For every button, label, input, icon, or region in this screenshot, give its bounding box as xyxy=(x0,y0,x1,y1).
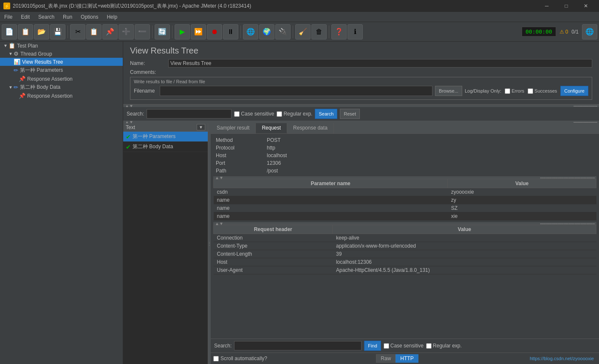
result-label-1: 第二种 Body Data xyxy=(133,143,173,150)
dropdown-button[interactable]: ▼ xyxy=(197,124,205,130)
headers-table: Request header Value Connectionkeep-aliv… xyxy=(213,225,596,274)
testplan-label: Test Plan xyxy=(17,43,38,49)
port-key: Port xyxy=(216,160,267,166)
tree-item-assertion2[interactable]: 📌 Response Assertion xyxy=(0,92,123,100)
remote-shutdown-button[interactable]: 🔌 xyxy=(275,24,291,40)
menu-edit[interactable]: Edit xyxy=(17,13,34,21)
expand-button[interactable]: ➕ xyxy=(119,24,134,40)
raw-tab[interactable]: Raw xyxy=(376,354,396,363)
tree-item-threadgroup[interactable]: ▼ ⚙ Thread Group xyxy=(0,50,123,58)
header-value: keep-alive xyxy=(333,234,596,242)
port-row: Port 12306 xyxy=(213,159,596,167)
results-list-body: ✔ 第一种 Parameters ✔ 第二种 Body Data xyxy=(123,132,208,364)
search-button[interactable]: Search xyxy=(315,109,337,119)
minimize-button[interactable]: ─ xyxy=(537,0,557,12)
params-splitter-arrows: ▲▼ xyxy=(215,175,223,180)
param-name: name xyxy=(214,204,448,212)
open-button[interactable]: 📂 xyxy=(34,24,49,40)
param-value: xie xyxy=(448,212,596,220)
find-button[interactable]: Find xyxy=(364,341,381,351)
remote-control-button[interactable]: 🌐 xyxy=(582,24,597,40)
successes-checkbox[interactable] xyxy=(528,88,533,94)
errors-checkbox-label[interactable]: Errors xyxy=(505,88,524,94)
header-name: Host xyxy=(214,258,333,266)
clear-all-button[interactable]: 🗑 xyxy=(311,24,327,40)
bottom-case-label[interactable]: Case sensitive xyxy=(384,343,424,349)
header-row: Content-Length39 xyxy=(214,250,596,258)
menu-search[interactable]: Search xyxy=(34,13,59,21)
tree-item-viewresults[interactable]: 📊 View Results Tree xyxy=(0,58,123,66)
name-row: Name: xyxy=(130,59,592,68)
tab-response-data[interactable]: Response data xyxy=(287,123,334,133)
browse-button[interactable]: Browse... xyxy=(435,86,462,96)
shutdown-button[interactable]: ⏸ xyxy=(223,24,238,40)
result-item-0[interactable]: ✔ 第一种 Parameters xyxy=(123,132,208,142)
menu-file[interactable]: File xyxy=(0,13,17,21)
tree-item-params1[interactable]: ✏ 第一种 Parameters xyxy=(0,66,123,75)
header-name: Connection xyxy=(214,234,333,242)
name-input[interactable] xyxy=(168,59,592,68)
filename-input[interactable] xyxy=(160,86,432,96)
bottom-regex-checkbox[interactable] xyxy=(426,343,432,349)
viewresults-label: View Results Tree xyxy=(22,59,63,65)
regex-label[interactable]: Regular exp. xyxy=(277,111,312,117)
regex-checkbox[interactable] xyxy=(277,111,282,117)
bottom-search-input[interactable] xyxy=(234,341,362,350)
run-button[interactable]: ▶ xyxy=(175,24,190,40)
params-section: ▲▼ •••••••••••••••••••••••••••••••••••••… xyxy=(213,176,596,220)
right-panel: View Results Tree Name: Comments: Write … xyxy=(123,42,599,364)
menu-run[interactable]: Run xyxy=(59,13,76,21)
remote-stop-button[interactable]: 🌍 xyxy=(259,24,274,40)
search-input[interactable] xyxy=(147,109,232,119)
case-sensitive-checkbox[interactable] xyxy=(234,111,240,117)
bottom-case-checkbox[interactable] xyxy=(384,343,389,349)
stop-button[interactable]: ⏺ xyxy=(207,24,222,40)
tab-sampler-result[interactable]: Sampler result xyxy=(211,123,256,133)
params1-icon: ✏ xyxy=(14,67,18,73)
new-button[interactable]: 📄 xyxy=(2,24,17,40)
menu-options[interactable]: Options xyxy=(76,13,102,21)
successes-checkbox-label[interactable]: Successes xyxy=(528,88,557,94)
menu-help[interactable]: Help xyxy=(102,13,121,21)
tree-item-assertion1[interactable]: 📌 Response Assertion xyxy=(0,75,123,83)
cut-button[interactable]: ✂ xyxy=(70,24,85,40)
url-bar[interactable]: https://blog.csdn.net/zyooooxie xyxy=(527,355,596,362)
errors-checkbox[interactable] xyxy=(505,88,510,94)
protocol-key: Protocol xyxy=(216,145,267,151)
save-button[interactable]: 💾 xyxy=(50,24,65,40)
templates-button[interactable]: 📋 xyxy=(18,24,33,40)
app-icon: ⚡ xyxy=(3,3,10,9)
scroll-auto-checkbox[interactable] xyxy=(213,356,219,361)
close-button[interactable]: ✕ xyxy=(576,0,596,12)
tree-item-bodydata[interactable]: ▼ ✏ 第二种 Body Data xyxy=(0,83,123,92)
remote-run-button[interactable]: 🌐 xyxy=(243,24,258,40)
params-splitter-dots: ••••••••••••••••••••••••••••••••••••••••… xyxy=(540,176,595,180)
toggle-button[interactable]: 🔄 xyxy=(155,24,170,40)
reset-button[interactable]: Reset xyxy=(340,109,360,119)
tree-item-testplan[interactable]: ▼ 📋 Test Plan xyxy=(0,42,123,50)
paste-button[interactable]: 📌 xyxy=(102,24,118,40)
log-options: Log/Display Only: Errors Successes Confi… xyxy=(465,86,588,96)
window-title: 20190105post_表单.jmx (D:\接口测试+web测试\20190… xyxy=(13,3,251,10)
result-item-1[interactable]: ✔ 第二种 Body Data xyxy=(123,142,208,152)
headers-section: ▲▼ •••••••••••••••••••••••••••••••••••••… xyxy=(213,222,596,274)
http-tab[interactable]: HTTP xyxy=(396,354,418,363)
collapse-button[interactable]: ➖ xyxy=(135,24,150,40)
tab-request[interactable]: Request xyxy=(256,123,287,133)
bottom-tabs: Raw HTTP xyxy=(376,354,418,363)
window-controls: ─ □ ✕ xyxy=(537,0,596,12)
warning-badge: ⚠ 0 xyxy=(559,29,568,35)
method-key: Method xyxy=(216,137,267,143)
case-sensitive-label[interactable]: Case sensitive xyxy=(234,111,274,117)
run-no-pause-button[interactable]: ⏩ xyxy=(191,24,206,40)
configure-button[interactable]: Configure xyxy=(560,86,588,96)
titlebar: ⚡ 20190105post_表单.jmx (D:\接口测试+web测试\201… xyxy=(0,0,599,12)
bodydata-label: 第二种 Body Data xyxy=(20,84,60,91)
arrow-icon: ▼ xyxy=(3,43,8,48)
maximize-button[interactable]: □ xyxy=(557,0,576,12)
help-button[interactable]: ❓ xyxy=(331,24,347,40)
clear-button[interactable]: 🧹 xyxy=(295,24,311,40)
bottom-regex-label[interactable]: Regular exp. xyxy=(426,343,462,349)
info-button[interactable]: ℹ xyxy=(348,24,363,40)
copy-button[interactable]: 📋 xyxy=(86,24,102,40)
